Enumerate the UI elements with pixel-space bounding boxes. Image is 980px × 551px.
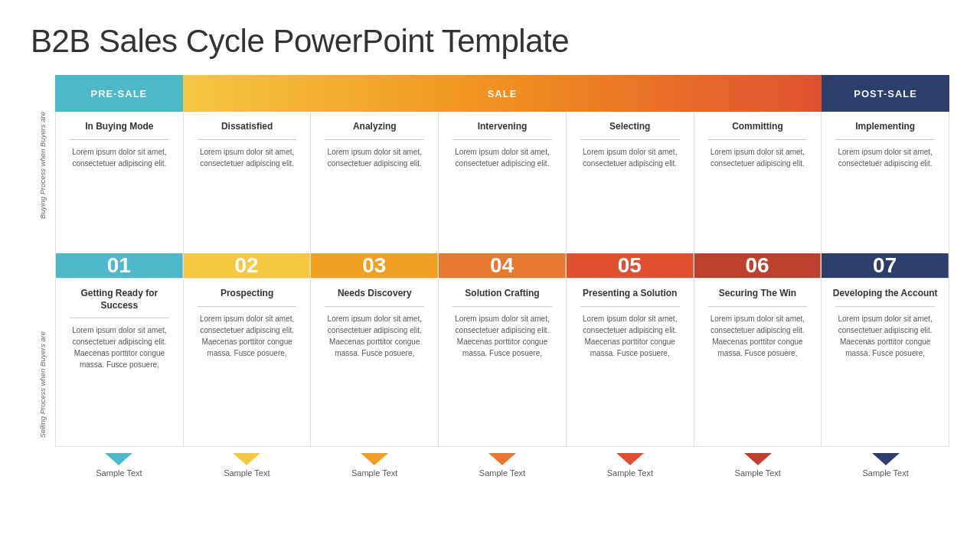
selling-body-6: Lorem ipsum dolor sit amet, consectetuer…: [701, 313, 815, 359]
buying-body-1: Lorem ipsum dolor sit amet, consectetuer…: [62, 146, 177, 169]
arrow-row: Sample Text Sample Text Sample Text Samp…: [55, 453, 949, 478]
selling-cell-3: Needs Discovery Lorem ipsum dolor sit am…: [311, 278, 438, 446]
side-selling-label: Selling Process when Buyers are: [31, 295, 55, 474]
arrow-col-7: Sample Text: [822, 453, 949, 478]
arrow-col-1: Sample Text: [55, 453, 183, 478]
content-area: PRE-SALE SALE POST-SALE In Buying Mode L…: [55, 75, 949, 478]
selling-body-3: Lorem ipsum dolor sit amet, consectetuer…: [317, 313, 432, 359]
columns-container: In Buying Mode Lorem ipsum dolor sit ame…: [55, 112, 949, 447]
arrow-5: [616, 453, 644, 465]
col-2: Dissatisfied Lorem ipsum dolor sit amet,…: [184, 112, 312, 446]
buying-cell-1: In Buying Mode Lorem ipsum dolor sit ame…: [56, 112, 183, 253]
sample-text-5: Sample Text: [607, 468, 653, 478]
side-labels-col: Buying Process when Buyers are Selling P…: [31, 75, 55, 478]
buying-title-4: Intervening: [445, 121, 560, 133]
header-postsale: POST-SALE: [822, 75, 949, 112]
col-7: Implementing Lorem ipsum dolor sit amet,…: [822, 112, 949, 446]
arrow-col-5: Sample Text: [566, 453, 694, 478]
selling-title-2: Prospecting: [190, 288, 305, 300]
number-cell-2: 02: [184, 253, 311, 278]
buying-title-5: Selecting: [573, 121, 688, 133]
sample-text-3: Sample Text: [351, 468, 397, 478]
arrow-4: [488, 453, 516, 465]
col-3: Analyzing Lorem ipsum dolor sit amet, co…: [311, 112, 439, 446]
side-number-spacer: [31, 255, 55, 295]
buying-title-1: In Buying Mode: [62, 121, 177, 133]
page-title: B2B Sales Cycle PowerPoint Template: [31, 23, 949, 60]
sample-text-7: Sample Text: [862, 468, 908, 478]
col-5: Selecting Lorem ipsum dolor sit amet, co…: [567, 112, 694, 446]
selling-title-1: Getting Ready for Success: [62, 288, 177, 311]
col-4: Intervening Lorem ipsum dolor sit amet, …: [439, 112, 567, 446]
buying-body-3: Lorem ipsum dolor sit amet, consectetuer…: [317, 146, 432, 169]
sample-text-1: Sample Text: [96, 468, 142, 478]
selling-body-7: Lorem ipsum dolor sit amet, consectetuer…: [828, 313, 942, 359]
selling-cell-1: Getting Ready for Success Lorem ipsum do…: [56, 278, 183, 446]
side-buying-label: Buying Process when Buyers are: [31, 75, 55, 255]
selling-title-3: Needs Discovery: [317, 288, 432, 300]
arrow-col-4: Sample Text: [439, 453, 567, 478]
buying-body-4: Lorem ipsum dolor sit amet, consectetuer…: [445, 146, 560, 169]
sample-text-4: Sample Text: [479, 468, 525, 478]
slide: B2B Sales Cycle PowerPoint Template Buyi…: [0, 0, 980, 551]
arrow-col-2: Sample Text: [183, 453, 311, 478]
col-6: Committing Lorem ipsum dolor sit amet, c…: [694, 112, 822, 446]
buying-cell-2: Dissatisfied Lorem ipsum dolor sit amet,…: [184, 112, 311, 253]
selling-title-4: Solution Crafting: [445, 288, 560, 300]
buying-title-6: Committing: [701, 121, 815, 133]
arrow-3: [361, 453, 388, 465]
buying-cell-5: Selecting Lorem ipsum dolor sit amet, co…: [567, 112, 694, 253]
buying-body-6: Lorem ipsum dolor sit amet, consectetuer…: [701, 146, 815, 169]
header-sale: SALE: [183, 75, 822, 112]
number-cell-6: 06: [694, 253, 822, 278]
selling-cell-5: Presenting a Solution Lorem ipsum dolor …: [567, 278, 694, 446]
arrow-col-3: Sample Text: [311, 453, 439, 478]
selling-title-7: Developing the Account: [828, 288, 942, 300]
selling-cell-6: Securing The Win Lorem ipsum dolor sit a…: [694, 278, 822, 446]
selling-cell-7: Developing the Account Lorem ipsum dolor…: [822, 278, 949, 446]
number-cell-7: 07: [822, 253, 949, 278]
selling-title-6: Securing The Win: [701, 288, 815, 300]
arrow-6: [744, 453, 772, 465]
arrow-2: [233, 453, 260, 465]
selling-title-5: Presenting a Solution: [573, 288, 688, 300]
selling-body-2: Lorem ipsum dolor sit amet, consectetuer…: [190, 313, 305, 359]
arrow-1: [105, 453, 132, 465]
buying-cell-3: Analyzing Lorem ipsum dolor sit amet, co…: [311, 112, 438, 253]
selling-cell-2: Prospecting Lorem ipsum dolor sit amet, …: [184, 278, 311, 446]
col-1: In Buying Mode Lorem ipsum dolor sit ame…: [56, 112, 184, 446]
selling-body-4: Lorem ipsum dolor sit amet, consectetuer…: [445, 313, 560, 359]
number-cell-3: 03: [311, 253, 438, 278]
buying-body-2: Lorem ipsum dolor sit amet, consectetuer…: [190, 146, 305, 169]
buying-title-7: Implementing: [828, 121, 942, 133]
arrow-7: [872, 453, 900, 465]
selling-body-5: Lorem ipsum dolor sit amet, consectetuer…: [573, 313, 688, 359]
number-cell-5: 05: [567, 253, 694, 278]
selling-cell-4: Solution Crafting Lorem ipsum dolor sit …: [439, 278, 566, 446]
number-cell-4: 04: [439, 253, 566, 278]
selling-body-1: Lorem ipsum dolor sit amet, consectetuer…: [62, 324, 177, 370]
buying-title-3: Analyzing: [317, 121, 432, 133]
header-row: PRE-SALE SALE POST-SALE: [55, 75, 949, 112]
sample-text-6: Sample Text: [735, 468, 781, 478]
buying-body-5: Lorem ipsum dolor sit amet, consectetuer…: [573, 146, 688, 169]
main-layout: Buying Process when Buyers are Selling P…: [31, 75, 949, 478]
number-cell-1: 01: [56, 253, 183, 278]
arrow-col-6: Sample Text: [694, 453, 822, 478]
buying-cell-6: Committing Lorem ipsum dolor sit amet, c…: [694, 112, 822, 253]
header-presale: PRE-SALE: [55, 75, 183, 112]
buying-title-2: Dissatisfied: [190, 121, 305, 133]
sample-text-2: Sample Text: [224, 468, 270, 478]
buying-body-7: Lorem ipsum dolor sit amet, consectetuer…: [828, 146, 942, 169]
buying-cell-4: Intervening Lorem ipsum dolor sit amet, …: [439, 112, 566, 253]
buying-cell-7: Implementing Lorem ipsum dolor sit amet,…: [822, 112, 949, 253]
